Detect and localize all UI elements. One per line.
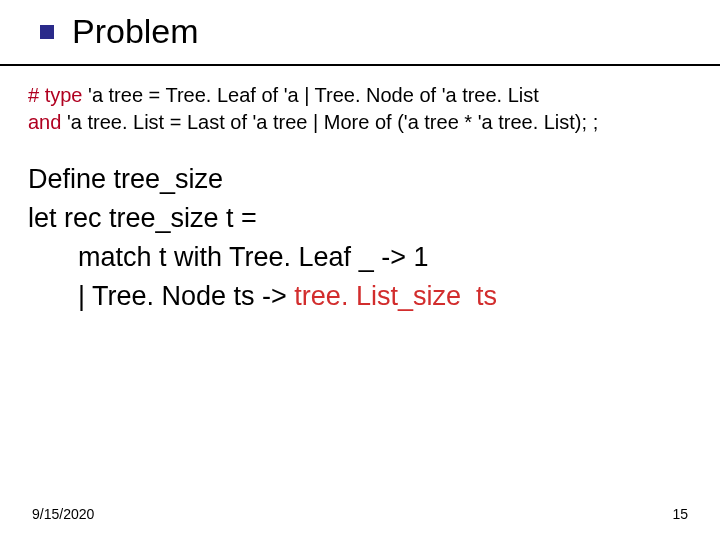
title-bullet-icon	[40, 25, 54, 39]
typedef-line-2-rest: 'a tree. List = Last of 'a tree | More o…	[61, 111, 598, 133]
footer-date: 9/15/2020	[32, 506, 94, 522]
typedef-line-1: # type 'a tree = Tree. Leaf of 'a | Tree…	[28, 82, 700, 109]
footer-page-number: 15	[672, 506, 688, 522]
typedef-line-1-rest: 'a tree = Tree. Leaf of 'a | Tree. Node …	[83, 84, 539, 106]
slide: Problem # type 'a tree = Tree. Leaf of '…	[0, 0, 720, 540]
slide-title: Problem	[72, 12, 199, 51]
hash-symbol: #	[28, 84, 39, 106]
keyword-and: and	[28, 111, 61, 133]
keyword-type: type	[45, 84, 83, 106]
body-line-4-highlight: tree. List_size ts	[294, 281, 497, 311]
body-line-2: let rec tree_size t =	[28, 199, 700, 238]
body-block: Define tree_size let rec tree_size t = m…	[28, 160, 700, 317]
body-line-3: match t with Tree. Leaf _ -> 1	[28, 238, 700, 277]
footer: 9/15/2020 15	[32, 506, 688, 522]
body-line-4-prefix: | Tree. Node ts ->	[78, 281, 294, 311]
title-row: Problem	[40, 12, 199, 51]
body-line-1: Define tree_size	[28, 160, 700, 199]
typedef-line-2: and 'a tree. List = Last of 'a tree | Mo…	[28, 109, 700, 136]
type-definition-block: # type 'a tree = Tree. Leaf of 'a | Tree…	[28, 82, 700, 136]
horizontal-rule	[0, 64, 720, 66]
body-line-4: | Tree. Node ts -> tree. List_size ts	[28, 277, 700, 316]
